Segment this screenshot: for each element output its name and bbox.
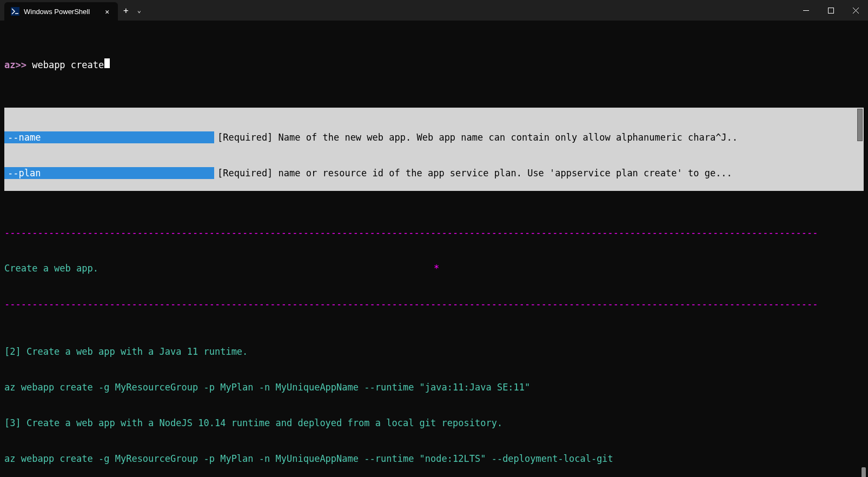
prompt: az>>: [4, 59, 32, 71]
maximize-button[interactable]: [818, 0, 843, 21]
completion-options: --name --plan --resource-group --assign-…: [4, 108, 214, 191]
summary-line: Create a web app.*: [4, 262, 864, 274]
completion-scrollbar[interactable]: [857, 109, 863, 141]
example-line: az webapp create -g MyResourceGroup -p M…: [4, 381, 864, 393]
completion-option[interactable]: --name: [4, 131, 214, 143]
tab-title: Windows PowerShell: [24, 8, 98, 16]
completion-description: [Required] Name of the new web app. Web …: [217, 131, 860, 143]
example-line: [2] Create a web app with a Java 11 runt…: [4, 346, 864, 357]
title-bar: Windows PowerShell ✕ + ⌄: [0, 0, 868, 21]
prompt-line: az>> webapp create: [4, 58, 864, 71]
divider: ----------------------------------------…: [4, 227, 864, 239]
command-input[interactable]: webapp create: [32, 59, 104, 71]
minimize-button[interactable]: [793, 0, 818, 21]
tab-dropdown-icon[interactable]: ⌄: [134, 6, 144, 14]
divider: ----------------------------------------…: [4, 298, 864, 310]
terminal-scrollbar[interactable]: [862, 467, 866, 477]
cursor: [104, 58, 110, 68]
terminal-area[interactable]: az>> webapp create --name --plan --resou…: [0, 21, 868, 477]
example-line: [3] Create a web app with a NodeJS 10.14…: [4, 417, 864, 429]
example-line: az webapp create -g MyResourceGroup -p M…: [4, 453, 864, 465]
completion-description: [Required] name or resource id of the ap…: [217, 167, 860, 179]
completion-option[interactable]: --plan: [4, 167, 214, 179]
svg-rect-1: [828, 8, 833, 13]
completion-descriptions: [Required] Name of the new web app. Web …: [214, 108, 864, 191]
close-window-button[interactable]: [843, 0, 868, 21]
completion-menu[interactable]: --name --plan --resource-group --assign-…: [4, 108, 864, 191]
new-tab-button[interactable]: +: [118, 5, 134, 16]
powershell-icon: [11, 7, 19, 16]
close-tab-icon[interactable]: ✕: [103, 8, 111, 16]
window-controls: [793, 0, 868, 21]
tab-powershell[interactable]: Windows PowerShell ✕: [4, 2, 118, 21]
